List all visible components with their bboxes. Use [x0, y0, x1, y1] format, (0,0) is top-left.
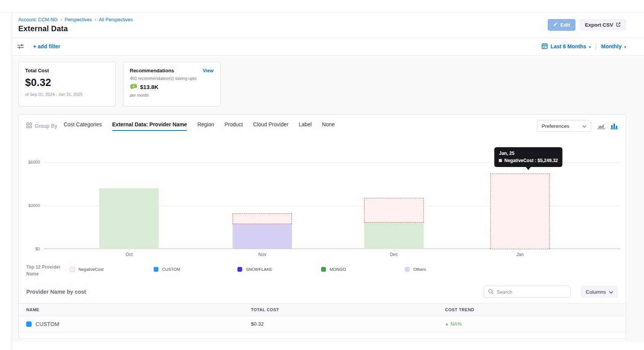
chevron-down-icon: ▾ — [589, 45, 591, 49]
tab-external-data-provider-name[interactable]: External Data: Provider Name — [112, 121, 187, 131]
preferences-dropdown[interactable]: Preferences — [537, 120, 591, 132]
breadcrumb-separator: › — [94, 17, 96, 22]
content-area: Account: CCM-NG›Perspectives›All Perspec… — [12, 13, 644, 350]
footer-strip — [12, 341, 644, 350]
header-left: Account: CCM-NG›Perspectives›All Perspec… — [18, 17, 133, 33]
legend-label: NegativeCost — [78, 267, 104, 272]
y-tick-label: $3000 — [20, 203, 40, 208]
tab-product[interactable]: Product — [225, 121, 243, 131]
trend-up-icon: ▲ — [445, 322, 449, 326]
y-tick-label: $0 — [20, 247, 40, 251]
date-range-select[interactable]: Last 6 Months ▾ — [550, 43, 591, 49]
top-strip — [0, 0, 644, 13]
column-header-name[interactable]: NAME — [19, 307, 243, 312]
search-box — [484, 286, 571, 298]
legend-item-snowflake[interactable]: SNOWFLAKE — [237, 267, 321, 272]
bar-segment-negativecost-nov[interactable] — [233, 213, 292, 224]
x-axis-label-dec: Dec — [390, 252, 398, 257]
breadcrumb-item-perspectives[interactable]: Perspectives — [65, 17, 92, 22]
legend-swatch-others — [405, 267, 410, 272]
table-body: CUSTOM$0.32▲NA% — [19, 316, 626, 332]
legend-title: Top 12 Provider Name — [26, 264, 64, 277]
cost-trend-cell: ▲NA% — [438, 321, 626, 327]
column-chart-icon[interactable] — [611, 123, 618, 129]
calendar-icon — [542, 43, 548, 50]
divider — [596, 43, 596, 49]
y-tick-label: $6000 — [20, 160, 40, 164]
main: Total Cost $0.32 of Sep 01, 2024 - Jan 3… — [12, 56, 644, 341]
tooltip-series-swatch — [499, 159, 502, 162]
x-axis-label-jan: Jan — [516, 252, 524, 257]
bar-group-jan: Jan, 25NegativeCost : $5,249.32 — [490, 173, 550, 249]
legend-label: Others — [413, 267, 426, 272]
chevron-down-icon — [609, 289, 613, 295]
view-recommendations-link[interactable]: View — [203, 68, 214, 73]
edit-button[interactable]: Edit — [548, 19, 575, 31]
external-link-icon — [616, 22, 621, 28]
area-chart-icon[interactable] — [597, 123, 606, 129]
bar-segment-mongo-dec[interactable] — [364, 223, 424, 249]
table-header-row: NAMETOTAL COSTCOST TREND — [19, 303, 626, 316]
column-header-cost-trend[interactable]: COST TREND — [438, 307, 626, 312]
columns-button-label: Columns — [586, 289, 606, 295]
total-cost-label: Total Cost — [25, 68, 109, 73]
provider-table: NAMETOTAL COSTCOST TREND CUSTOM$0.32▲NA% — [19, 303, 626, 332]
column-header-total-cost[interactable]: TOTAL COST — [243, 307, 437, 312]
legend-swatch-snowflake — [237, 267, 242, 272]
tooltip-value-row: NegativeCost : $5,249.32 — [499, 158, 558, 163]
export-csv-label: Export CSV — [585, 22, 613, 28]
breadcrumb: Account: CCM-NG›Perspectives›All Perspec… — [18, 17, 133, 22]
group-by-tabs: Cost CategoriesExternal Data: Provider N… — [64, 121, 335, 131]
columns-button[interactable]: Columns — [581, 286, 618, 298]
legend-item-custom[interactable]: CUSTOM — [153, 267, 237, 272]
tab-cloud-provider[interactable]: Cloud Provider — [253, 121, 289, 131]
table-row-custom[interactable]: CUSTOM$0.32▲NA% — [19, 316, 626, 332]
tab-region[interactable]: Region — [197, 121, 214, 131]
bar-segment-negativecost-jan[interactable] — [490, 173, 550, 249]
total-cost-cell: $0.32 — [243, 321, 437, 327]
bar-segment-mongo-oct[interactable] — [99, 188, 159, 249]
legend-item-negativecost[interactable]: NegativeCost — [70, 267, 153, 272]
chart-legend: Top 12 Provider Name NegativeCostCUSTOMS… — [19, 259, 626, 277]
name-cell: CUSTOM — [19, 321, 243, 327]
recommendations-per-month: per month — [130, 93, 214, 97]
tab-cost-categories[interactable]: Cost Categories — [64, 121, 102, 131]
legend-item-mongo[interactable]: MONGO — [321, 267, 405, 272]
breadcrumb-separator: › — [61, 17, 62, 22]
summary-cards: Total Cost $0.32 of Sep 01, 2024 - Jan 3… — [18, 62, 626, 107]
recommendations-label: Recommendations — [130, 68, 174, 73]
add-filter-button[interactable]: + add filter — [33, 43, 60, 49]
filter-bar: + add filter Last 6 Months ▾ Monthly ▾ — [12, 38, 644, 56]
table-toolbar: Provider Name by cost Columns — [19, 277, 626, 298]
x-axis-label-nov: Nov — [258, 252, 266, 257]
chart-x-axis: OctNovDecJan — [44, 249, 620, 259]
bar-segment-negativecost-dec[interactable] — [364, 198, 424, 223]
tab-label[interactable]: Label — [299, 121, 312, 131]
recommendations-card: Recommendations View 450 recommendation(… — [123, 62, 220, 107]
bar-group-oct — [99, 188, 159, 249]
tab-none[interactable]: None — [322, 121, 335, 131]
chevron-down-icon: ▾ — [624, 45, 626, 49]
search-input[interactable] — [484, 286, 571, 298]
page-header: Account: CCM-NG›Perspectives›All Perspec… — [12, 13, 644, 38]
time-filters: Last 6 Months ▾ Monthly ▾ — [542, 43, 626, 50]
legend-swatch-negativecost — [70, 267, 75, 272]
chart-tooltip: Jan, 25NegativeCost : $5,249.32 — [494, 147, 563, 167]
legend-item-others[interactable]: Others — [405, 267, 488, 272]
export-csv-button[interactable]: Export CSV — [580, 19, 626, 31]
breadcrumb-item-account-ccm-ng[interactable]: Account: CCM-NG — [18, 17, 58, 22]
bar-group-nov — [233, 213, 292, 249]
bar-segment-snowflake-nov[interactable] — [233, 224, 292, 249]
tooltip-title: Jan, 25 — [499, 151, 558, 156]
edit-button-label: Edit — [560, 22, 570, 28]
header-actions: Edit Export CSV — [548, 19, 626, 31]
provider-name: CUSTOM — [35, 321, 59, 327]
chart-controls: Preferences — [537, 120, 618, 132]
granularity-label: Monthly — [601, 43, 622, 49]
total-cost-card: Total Cost $0.32 of Sep 01, 2024 - Jan 3… — [18, 62, 116, 107]
granularity-select[interactable]: Monthly ▾ — [601, 43, 626, 49]
filter-sliders-icon[interactable] — [15, 41, 26, 52]
page-title: External Data — [18, 24, 133, 33]
bar-group-dec — [364, 198, 424, 249]
breadcrumb-item-all-perspectives[interactable]: All Perspectives — [99, 17, 133, 22]
